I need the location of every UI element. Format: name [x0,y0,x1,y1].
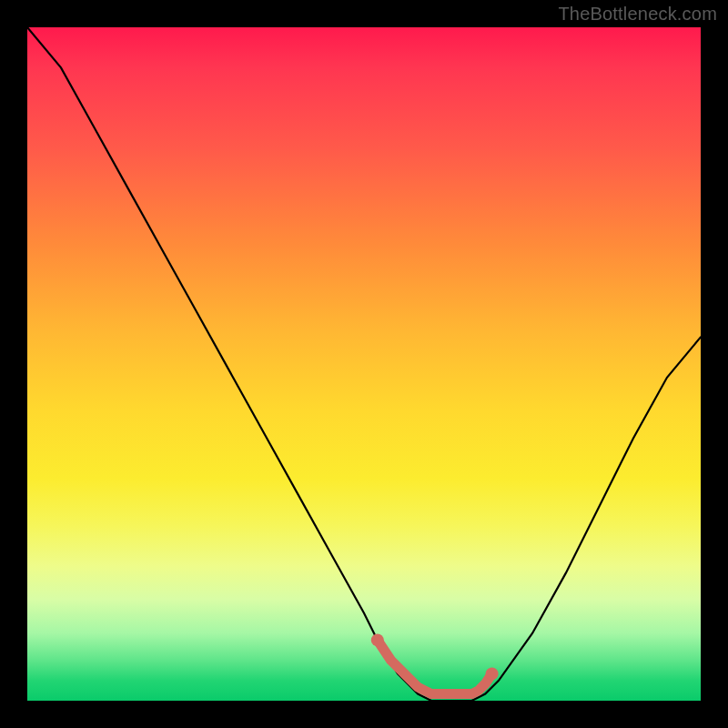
optimal-band-endpoint [371,633,384,646]
plot-area [27,27,701,701]
optimal-band-line [378,640,492,693]
optimal-band-endpoint [486,667,499,680]
chart-frame: TheBottleneck.com [0,0,728,728]
bottleneck-curve [27,27,701,701]
chart-svg [27,27,701,701]
watermark-label: TheBottleneck.com [558,4,717,25]
optimal-band-markers [371,633,499,693]
